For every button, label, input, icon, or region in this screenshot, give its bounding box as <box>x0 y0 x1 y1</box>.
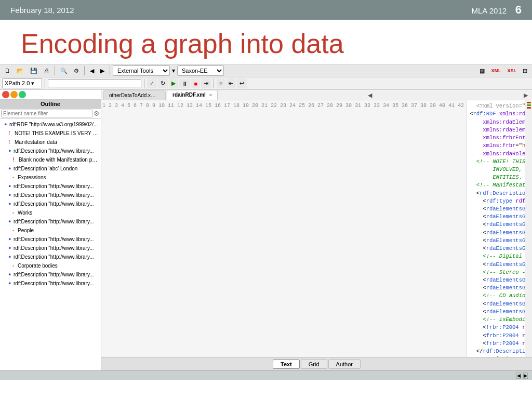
code-line-11: ENTITIES. KTHXBAI. --> <box>470 174 522 181</box>
code-line-10: INVOLVED, NOT PROVIDE COMPLETE DATA ABOU… <box>470 166 522 174</box>
ok-indicator-1 <box>527 104 531 106</box>
status-text <box>4 373 6 378</box>
align-btn[interactable]: ≡ <box>217 79 225 88</box>
dot-icon: ● <box>8 280 12 287</box>
dot-icon: ● <box>4 121 8 128</box>
validate-btn[interactable]: ✓ <box>147 78 157 88</box>
outline-item-label: Works <box>18 209 32 217</box>
open-btn[interactable]: 📂 <box>14 66 26 76</box>
new-btn[interactable]: 🗋 <box>2 66 13 75</box>
header: February 18, 2012 MLA 2012 6 <box>0 0 532 20</box>
tab-nav-right[interactable]: ▶ <box>522 91 530 100</box>
page-title: Encoding a graph into data <box>21 29 511 59</box>
tab-nav-left[interactable]: ◀ <box>366 91 374 100</box>
back-btn[interactable]: ◀ <box>87 66 97 76</box>
grid-tab[interactable]: Grid <box>301 360 327 369</box>
status-bar: ◀ ▶ <box>0 370 532 380</box>
outline-item-9[interactable]: ●rdf:Description "http://www.library... <box>0 200 101 208</box>
outline-item-11[interactable]: ●rdf:Description "http://www.library... <box>0 217 101 226</box>
ide-area: Outline ⚙ ●rdf:RDF "http://www.w3.org/19… <box>0 90 532 370</box>
tab-close-other[interactable]: × <box>159 93 162 98</box>
outline-item-label: rdf:RDF "http://www.w3.org/1999/02/... <box>9 121 98 128</box>
outline-item-2[interactable]: !Manifestation data <box>0 138 101 147</box>
outline-item-14[interactable]: ●rdf:Description "http://www.library... <box>0 244 101 252</box>
bottom-bar: Text Grid Author <box>101 357 532 370</box>
indent-btn[interactable]: ⇤ <box>226 78 236 88</box>
text-tab[interactable]: Text <box>273 360 300 369</box>
outline-item-17[interactable]: ●rdf:Description "http://www.library... <box>0 270 101 279</box>
outline-item-16[interactable]: •Corporate bodies <box>0 261 101 270</box>
outline-item-4[interactable]: !Blank node with Manifestation pub... <box>0 155 101 164</box>
dot-icon: ● <box>8 218 12 225</box>
grid-view-btn[interactable]: ▦ <box>477 66 487 76</box>
outline-controls <box>0 90 101 100</box>
outline-item-13[interactable]: ●rdf:Description "http://www.library... <box>0 235 101 244</box>
element-filter-input[interactable] <box>1 110 92 117</box>
external-tools-dropdown[interactable]: External Tools <box>113 65 170 76</box>
close-btn[interactable] <box>2 91 9 98</box>
refresh-btn[interactable]: ↻ <box>158 78 168 88</box>
code-line-23: <rdaElementsGp1:typeOfRecordingManifesta… <box>470 261 522 269</box>
author-tab[interactable]: Author <box>328 360 361 369</box>
sep5 <box>144 79 144 88</box>
bullet-icon: • <box>12 175 17 181</box>
outline-item-10[interactable]: •Works <box>0 208 101 217</box>
tab-close-rdain[interactable]: × <box>209 92 212 98</box>
dot-icon: ● <box>8 201 12 208</box>
wrap-btn[interactable]: ↩ <box>237 78 247 88</box>
outline-item-3[interactable]: ●rdf:Description "http://www.library... <box>0 147 101 155</box>
code-line-15: <rdf:type rdf:resource="http://rdvocab.i… <box>470 197 522 205</box>
fwd-btn[interactable]: ▶ <box>98 66 107 76</box>
code-line-6: xmlns:frbr="http://iflastandards.info/ns… <box>470 142 522 150</box>
header-right: MLA 2012 6 <box>472 3 522 17</box>
outline-item-12[interactable]: •People <box>0 226 101 235</box>
outline-item-label: Blank node with Manifestation pub... <box>19 156 99 164</box>
xsl-btn[interactable]: XSL <box>504 66 519 75</box>
play-btn[interactable]: ▶ <box>169 78 178 88</box>
outline-item-0[interactable]: ●rdf:RDF "http://www.w3.org/1999/02/... <box>0 120 101 129</box>
saxon-ee-dropdown[interactable]: Saxon-EE <box>177 65 224 76</box>
outline-item-18[interactable]: ●rdf:Description "http://www.library... <box>0 279 101 288</box>
outline-item-label: People <box>18 227 34 234</box>
outline-item-6[interactable]: •Expressions <box>0 173 101 182</box>
scroll-right-btn[interactable]: ▶ <box>523 373 528 379</box>
code-content[interactable]: <?xml version="1.0" encoding="UTF-8"?><r… <box>467 100 525 357</box>
step-btn[interactable]: ⇥ <box>201 78 211 88</box>
title-area: Encoding a graph into data <box>0 20 532 64</box>
print-btn[interactable]: 🖨 <box>41 66 52 75</box>
zoom-btn[interactable]: 🔍 <box>58 66 70 76</box>
right-indicator <box>525 100 532 357</box>
search-bar: ⚙ <box>0 109 101 119</box>
scroll-left-btn[interactable]: ◀ <box>516 373 521 379</box>
code-line-13: <!-- Manifestation data --> <box>470 181 522 189</box>
tab-other-data[interactable]: otherDataToAdd.xml × <box>103 90 166 100</box>
code-line-30: <!-- isEmbodimentOf --> <box>470 316 522 324</box>
outline-item-5[interactable]: ●rdf:Description 'abc' London <box>0 164 101 173</box>
outline-item-15[interactable]: ●rdf:Description "http://www.library... <box>0 252 101 261</box>
maximize-btn[interactable] <box>19 91 26 98</box>
bullet-icon: • <box>12 263 17 269</box>
nav-btn[interactable]: ⚙ <box>71 66 82 76</box>
excl-icon: ! <box>12 156 18 164</box>
xml-btn[interactable]: XML <box>488 66 503 75</box>
options-btn[interactable]: ⊞ <box>520 66 530 76</box>
dot-icon: ● <box>8 236 12 243</box>
outline-item-8[interactable]: ●rdf:Description "http://www.library... <box>0 191 101 200</box>
stop-btn[interactable]: ■ <box>191 79 200 88</box>
minimize-btn[interactable] <box>10 91 18 98</box>
xpath-dropdown[interactable]: XPath 2.0 ▾ <box>2 78 42 88</box>
outline-gear-btn[interactable]: ⚙ <box>94 110 100 117</box>
scroll-controls: ◀ ▶ <box>516 373 528 379</box>
code-line-7: xmlns:rdaRoles="http://rdvocab.info/role… <box>470 150 522 158</box>
code-line-4: xmlns:rdaElementsGp2="http://rdvocab.inf… <box>470 126 522 134</box>
outline-item-label: rdf:Description "http://www.library... <box>14 280 94 287</box>
tab-rdain-rdf[interactable]: rdainRDF.xml × <box>167 90 218 100</box>
pause-btn[interactable]: ⏸ <box>179 79 190 88</box>
outline-item-1[interactable]: !NOTE! THIS EXAMPLE IS VERY INCO... <box>0 129 101 138</box>
code-line-27: <!-- CD audio --> <box>470 292 522 300</box>
xpath-input[interactable] <box>48 79 141 87</box>
code-line-28: <rdaElementsGp1:encodingFormatManifestat… <box>470 300 522 308</box>
error-indicator-2 <box>527 107 531 109</box>
outline-item-7[interactable]: ●rdf:Description "http://www.library... <box>0 182 101 191</box>
save-btn[interactable]: 💾 <box>28 66 40 76</box>
